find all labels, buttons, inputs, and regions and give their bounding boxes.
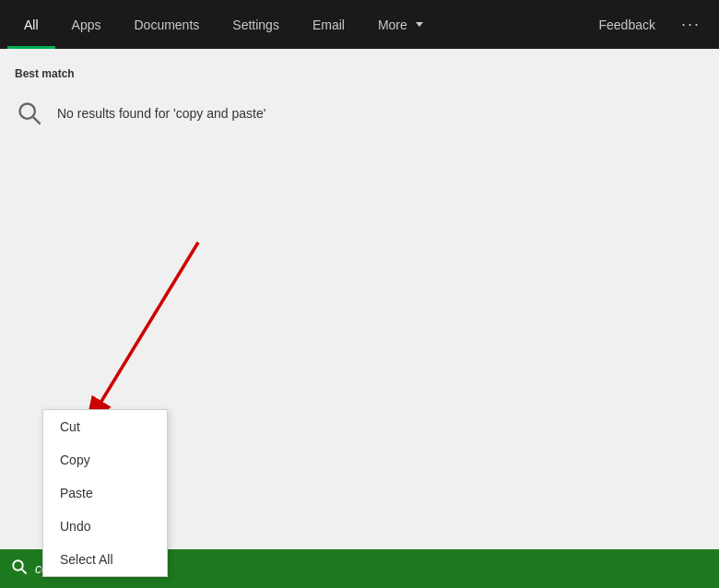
svg-line-1	[33, 117, 41, 124]
tab-documents[interactable]: Documents	[117, 0, 216, 49]
chevron-down-icon	[416, 22, 423, 27]
context-menu-select-all[interactable]: Select All	[43, 543, 167, 576]
search-result-icon	[15, 99, 44, 128]
context-menu-cut[interactable]: Cut	[43, 410, 167, 443]
tab-all[interactable]: All	[7, 0, 55, 49]
right-panel	[309, 49, 719, 549]
no-results-text: No results found for 'copy and paste'	[57, 106, 265, 121]
tab-more[interactable]: More	[361, 0, 440, 49]
context-menu-copy[interactable]: Copy	[43, 443, 167, 476]
svg-point-0	[20, 104, 35, 119]
tab-apps[interactable]: Apps	[55, 0, 118, 49]
more-options-button[interactable]: ···	[670, 0, 712, 49]
tab-email[interactable]: Email	[296, 0, 361, 49]
bottom-search-icon	[11, 559, 28, 579]
context-menu-paste[interactable]: Paste	[43, 476, 167, 510]
best-match-label: Best match	[0, 60, 309, 89]
nav-bar: All Apps Documents Settings Email More F…	[0, 0, 719, 49]
feedback-button[interactable]: Feedback	[584, 0, 670, 49]
search-result: No results found for 'copy and paste'	[0, 89, 309, 137]
tab-settings[interactable]: Settings	[216, 0, 296, 49]
context-menu-undo[interactable]: Undo	[43, 510, 167, 543]
svg-point-4	[13, 560, 23, 570]
svg-line-5	[22, 570, 27, 574]
context-menu: Cut Copy Paste Undo Select All	[42, 409, 168, 577]
